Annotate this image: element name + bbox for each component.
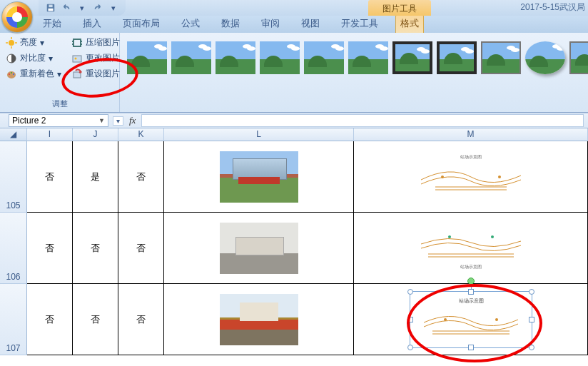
redo-button[interactable]: [91, 1, 104, 14]
name-box[interactable]: Picture 2 ▼: [9, 114, 108, 127]
picture-style-5[interactable]: [304, 41, 344, 74]
svg-rect-10: [73, 56, 81, 62]
save-button[interactable]: [44, 1, 57, 14]
rotate-handle[interactable]: [467, 278, 475, 285]
selection-box[interactable]: [410, 291, 532, 348]
change-picture-button[interactable]: 更改图片: [70, 51, 121, 65]
cell-L105[interactable]: [164, 141, 354, 213]
handle-tm[interactable]: [468, 289, 474, 295]
quick-access-toolbar: ▾ ▾: [39, 0, 126, 16]
name-box-dropdown-icon[interactable]: ▼: [98, 117, 105, 124]
tab-data[interactable]: 数据: [217, 15, 244, 33]
office-button[interactable]: [1, 1, 33, 33]
svg-point-14: [11, 72, 12, 73]
row-header-107[interactable]: 107: [0, 284, 27, 355]
col-header-M[interactable]: M: [354, 128, 588, 141]
cell-M105[interactable]: 站场示意图: [354, 141, 588, 213]
recolor-icon: [6, 68, 17, 80]
contextual-tab-label: 图片工具: [368, 0, 431, 16]
picture-style-11[interactable]: [569, 41, 588, 74]
cell-L107[interactable]: [164, 284, 354, 355]
picture-style-4[interactable]: [260, 41, 300, 74]
reset-picture-button[interactable]: 重设图片: [70, 67, 121, 81]
undo-button[interactable]: [60, 1, 73, 14]
picture-style-6[interactable]: [348, 41, 388, 74]
recolor-button[interactable]: 重新着色 ▾: [4, 67, 63, 81]
handle-ml[interactable]: [407, 317, 413, 322]
picture-style-10[interactable]: [525, 41, 565, 74]
brightness-button[interactable]: 亮度 ▾: [4, 36, 63, 49]
picture-style-3[interactable]: [216, 41, 255, 74]
cell-J105[interactable]: 是: [73, 141, 118, 213]
diagram-M107-selected[interactable]: 站场示意图: [414, 294, 528, 345]
svg-text:站场示意图: 站场示意图: [460, 265, 482, 269]
name-box-value: Picture 2: [12, 116, 46, 126]
col-header-L[interactable]: L: [164, 128, 354, 141]
cell-M107[interactable]: 站场示意图: [354, 284, 588, 355]
tab-view[interactable]: 视图: [297, 15, 324, 33]
ribbon-tabs: 开始 插入 页面布局 公式 数据 审阅 视图 开发工具 格式: [0, 16, 588, 33]
row-header-106[interactable]: 106: [0, 213, 27, 284]
svg-text:站场示意图: 站场示意图: [460, 155, 482, 159]
cell-I106[interactable]: 否: [27, 213, 73, 284]
tab-insert[interactable]: 插入: [78, 15, 106, 33]
row-header-105[interactable]: 105: [0, 141, 27, 213]
picture-style-9[interactable]: [481, 41, 521, 74]
svg-point-3: [9, 40, 14, 46]
qat-customize[interactable]: ▾: [107, 1, 120, 14]
compress-icon: [71, 37, 83, 49]
cell-K107[interactable]: 否: [118, 284, 164, 355]
handle-bm[interactable]: [468, 345, 474, 350]
tab-review[interactable]: 审阅: [257, 15, 284, 33]
diagram-M106[interactable]: 站场示意图: [414, 223, 528, 274]
cell-J107[interactable]: 否: [73, 284, 118, 355]
picture-styles-gallery[interactable]: [124, 36, 588, 74]
photo-L105[interactable]: [220, 151, 298, 203]
tab-format[interactable]: 格式: [395, 14, 424, 33]
picture-style-8[interactable]: [437, 41, 477, 74]
select-all-corner[interactable]: ◢: [0, 128, 27, 141]
handle-bl[interactable]: [407, 345, 413, 350]
cell-K105[interactable]: 否: [118, 141, 164, 213]
contrast-icon: [6, 53, 17, 64]
cell-I105[interactable]: 否: [27, 141, 73, 213]
picture-style-1[interactable]: [127, 41, 167, 74]
handle-br[interactable]: [529, 345, 534, 350]
cell-K106[interactable]: 否: [118, 213, 164, 284]
disk-icon: [46, 3, 56, 13]
fx-icon[interactable]: fx: [129, 115, 136, 126]
photo-L106[interactable]: [220, 223, 298, 274]
photo-L107[interactable]: [220, 294, 298, 345]
col-header-I[interactable]: I: [27, 128, 73, 141]
cell-L106[interactable]: [164, 213, 354, 284]
picture-style-7[interactable]: [392, 41, 432, 74]
cell-I107[interactable]: 否: [27, 284, 73, 355]
compress-label: 压缩图片: [86, 36, 120, 49]
diagram-M105[interactable]: 站场示意图: [414, 151, 528, 203]
contrast-button[interactable]: 对比度 ▾: [4, 51, 63, 65]
picture-style-2[interactable]: [171, 41, 211, 74]
column-headers: ◢ I J K L M: [0, 128, 588, 141]
document-title: 2017-5-15武汉局: [520, 1, 585, 14]
undo-dropdown[interactable]: ▾: [76, 1, 88, 14]
tab-formulas[interactable]: 公式: [177, 15, 204, 33]
ribbon-group-styles: [120, 33, 588, 112]
change-label: 更改图片: [86, 52, 120, 64]
contrast-label: 对比度: [20, 52, 46, 64]
cell-J106[interactable]: 否: [73, 213, 118, 284]
formula-input[interactable]: [141, 114, 584, 127]
handle-tl[interactable]: [407, 289, 413, 295]
tab-developer[interactable]: 开发工具: [337, 15, 382, 33]
brightness-label: 亮度: [20, 36, 37, 49]
col-header-J[interactable]: J: [73, 128, 118, 141]
fx-expand-button[interactable]: ▾: [113, 116, 123, 126]
tab-home[interactable]: 开始: [39, 15, 66, 33]
undo-icon: [61, 3, 71, 13]
tab-page-layout[interactable]: 页面布局: [118, 15, 164, 33]
ribbon-group-adjust: 亮度 ▾ 压缩图片 对比度 ▾ 更改图片 重新着色 ▾ 重设图片: [0, 33, 120, 112]
handle-tr[interactable]: [529, 289, 534, 295]
compress-picture-button[interactable]: 压缩图片: [70, 36, 121, 49]
handle-mr[interactable]: [529, 317, 534, 322]
cell-M106[interactable]: 站场示意图: [354, 213, 588, 284]
col-header-K[interactable]: K: [118, 128, 164, 141]
